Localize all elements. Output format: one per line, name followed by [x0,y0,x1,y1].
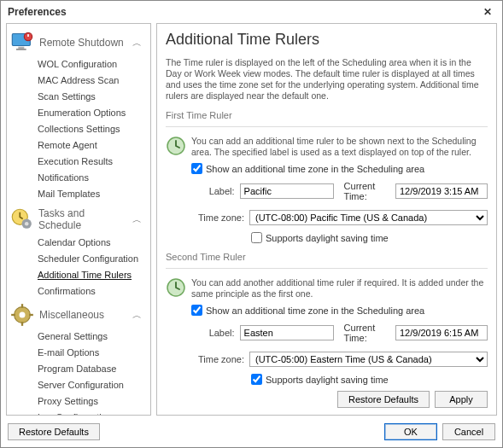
second-dst-label: Supports daylight saving time [266,375,389,385]
clock-gear-icon [10,209,33,230]
second-ruler-title: Second Time Ruler [166,252,488,262]
sidebar-item-additional-time-rulers[interactable]: Additional Time Rulers [9,267,149,283]
group-tasks-schedule[interactable]: Tasks and Schedule ︿ [9,202,149,235]
first-tz-label: Time zone: [191,212,244,223]
sidebar-item[interactable]: E-mail Options [9,345,149,361]
sidebar-item[interactable]: Enumeration Options [9,105,149,121]
sidebar-item[interactable]: Confirmations [9,283,149,300]
sidebar-item[interactable]: Calendar Options [9,235,149,251]
first-ruler-title: First Time Ruler [166,110,488,120]
first-dst-label: Supports daylight saving time [266,233,389,243]
global-restore-defaults-button[interactable]: Restore Defaults [8,423,100,440]
page-title: Additional Time Rulers [166,31,488,49]
group-label: Remote Shutdown [39,37,124,49]
first-tz-select[interactable]: (UTC-08:00) Pacific Time (US & Canada) [249,210,488,225]
sidebar-item[interactable]: Program Database [9,361,149,377]
clock-icon [166,136,186,158]
window-title: Preferences [8,6,67,18]
second-show-label: Show an additional time zone in the Sche… [206,305,424,316]
second-show-checkbox[interactable] [191,305,202,316]
chevron-up-icon: ︿ [132,37,147,49]
svg-point-7 [25,222,29,226]
sidebar-item[interactable]: Notifications [9,170,149,186]
sidebar-item[interactable]: Server Configuration [9,377,149,393]
page-intro: The Time ruler is displayed on the left … [166,57,488,102]
first-dst-checkbox[interactable] [251,232,262,243]
sidebar-item[interactable]: MAC Address Scan [9,73,149,89]
first-label-input[interactable] [240,183,334,199]
sidebar-item[interactable]: Execution Results [9,154,149,170]
cancel-button[interactable]: Cancel [442,423,495,440]
clock-icon [166,277,186,300]
second-tz-label: Time zone: [191,354,244,364]
second-label-input[interactable] [240,325,334,340]
group-label: Tasks and Schedule [38,207,127,231]
group-remote-shutdown[interactable]: Remote Shutdown ︿ [9,27,149,56]
chevron-up-icon: ︿ [132,309,147,322]
first-currenttime-value[interactable] [395,183,488,199]
group-label: Miscellaneous [39,309,104,321]
second-currenttime-value[interactable] [395,325,488,340]
ok-button[interactable]: OK [384,423,437,440]
sidebar-item[interactable]: Collections Settings [9,121,149,137]
monitor-icon [10,32,34,53]
close-icon[interactable]: ✕ [480,4,495,20]
gear-icon [10,305,34,325]
preferences-page: Additional Time Rulers The Time ruler is… [156,23,497,416]
sidebar-item[interactable]: Remote Agent [9,137,149,154]
svg-rect-2 [16,49,26,50]
sidebar-item[interactable]: Log Configuration [9,410,149,416]
second-currenttime-label: Current Time: [344,323,390,343]
first-show-label: Show an additional time zone in the Sche… [206,164,424,174]
sidebar-item[interactable]: WOL Configuration [9,56,149,73]
sidebar-item[interactable]: Scheduler Configuration [9,251,149,267]
svg-point-9 [20,312,26,318]
second-ruler-desc: You can add another additional time rule… [191,277,488,300]
first-show-checkbox[interactable] [191,163,202,174]
group-miscellaneous[interactable]: Miscellaneous ︿ [9,300,149,329]
sidebar-item[interactable]: Scan Settings [9,89,149,105]
sidebar-item[interactable]: Proxy Settings [9,393,149,410]
second-tz-select[interactable]: (UTC-05:00) Eastern Time (US & Canada) [249,352,488,367]
first-ruler-desc: You can add an additional time ruler to … [191,136,488,158]
second-label-label: Label: [191,328,235,338]
sidebar-item[interactable]: General Settings [9,329,149,345]
page-restore-defaults-button[interactable]: Restore Defaults [337,391,430,408]
sidebar-item[interactable]: Mail Templates [9,186,149,202]
chevron-up-icon: ︿ [132,213,147,226]
svg-rect-1 [18,47,24,49]
svg-rect-4 [27,34,29,37]
first-currenttime-label: Current Time: [344,181,390,201]
preferences-sidebar: Remote Shutdown ︿ WOL Configuration MAC … [6,23,151,416]
apply-button[interactable]: Apply [435,391,488,408]
first-label-label: Label: [191,186,235,196]
second-dst-checkbox[interactable] [251,374,262,385]
